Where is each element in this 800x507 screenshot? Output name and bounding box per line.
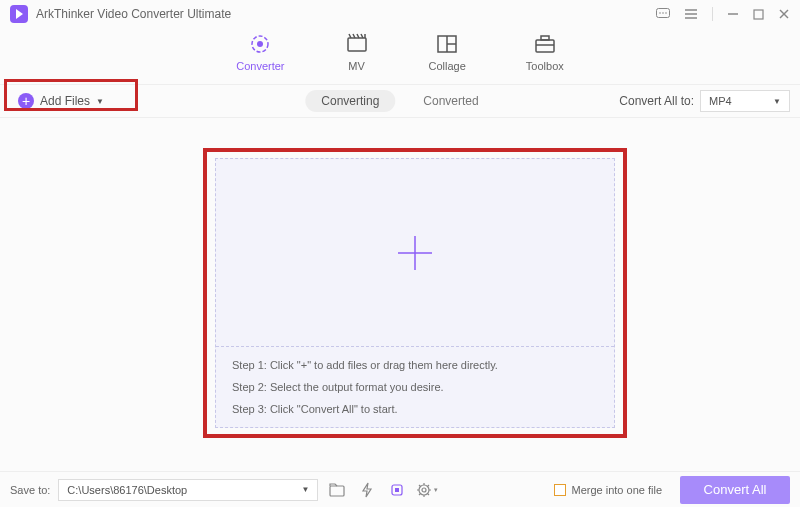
- file-drop-zone[interactable]: Step 1: Click "+" to add files or drag t…: [215, 158, 615, 428]
- mode-bar: Converter MV Collage Toolbox: [0, 28, 800, 84]
- maximize-button[interactable]: [753, 9, 764, 20]
- mode-label: Converter: [236, 60, 284, 72]
- chevron-down-icon: ▼: [773, 97, 781, 106]
- converter-icon: [248, 32, 272, 56]
- mode-mv[interactable]: MV: [345, 32, 369, 72]
- output-format-value: MP4: [709, 95, 732, 107]
- mv-icon: [345, 32, 369, 56]
- svg-point-1: [659, 12, 661, 14]
- save-path-select[interactable]: C:\Users\86176\Desktop ▼: [58, 479, 318, 501]
- footer-bar: Save to: C:\Users\86176\Desktop ▼ ▾ Merg…: [0, 471, 800, 507]
- mode-label: Collage: [429, 60, 466, 72]
- collage-icon: [435, 32, 459, 56]
- convert-all-to-label: Convert All to:: [619, 94, 694, 108]
- app-title: ArkThinker Video Converter Ultimate: [36, 7, 656, 21]
- chevron-down-icon: ▼: [301, 485, 309, 494]
- convert-all-to: Convert All to: MP4 ▼: [619, 90, 790, 112]
- svg-rect-18: [541, 36, 549, 40]
- convert-all-button[interactable]: Convert All: [680, 476, 790, 504]
- divider: [712, 7, 713, 21]
- tab-converting[interactable]: Converting: [305, 90, 395, 112]
- svg-point-12: [257, 41, 263, 47]
- menu-icon[interactable]: [684, 8, 698, 20]
- step-text: Step 1: Click "+" to add files or drag t…: [232, 359, 598, 371]
- output-format-select[interactable]: MP4 ▼: [700, 90, 790, 112]
- step-text: Step 2: Select the output format you des…: [232, 381, 598, 393]
- conversion-tabs: Converting Converted: [305, 90, 494, 112]
- svg-rect-13: [348, 38, 366, 51]
- drop-instructions: Step 1: Click "+" to add files or drag t…: [216, 347, 614, 427]
- svg-rect-24: [395, 488, 399, 492]
- hardware-accel-button[interactable]: [356, 479, 378, 501]
- save-path-value: C:\Users\86176\Desktop: [67, 484, 187, 496]
- title-bar: ArkThinker Video Converter Ultimate: [0, 0, 800, 28]
- merge-label: Merge into one file: [572, 484, 663, 496]
- svg-rect-22: [330, 486, 344, 496]
- window-controls: [656, 7, 790, 21]
- mode-converter[interactable]: Converter: [236, 32, 284, 72]
- plus-icon: +: [18, 93, 34, 109]
- toolbox-icon: [533, 32, 557, 56]
- gpu-button[interactable]: [386, 479, 408, 501]
- close-button[interactable]: [778, 8, 790, 20]
- big-plus-icon[interactable]: [394, 232, 436, 274]
- svg-point-3: [665, 12, 667, 14]
- add-files-label: Add Files: [40, 94, 90, 108]
- step-text: Step 3: Click "Convert All" to start.: [232, 403, 598, 415]
- svg-point-2: [662, 12, 664, 14]
- svg-point-26: [422, 488, 426, 492]
- save-to-label: Save to:: [10, 484, 50, 496]
- minimize-button[interactable]: [727, 8, 739, 20]
- mode-collage[interactable]: Collage: [429, 32, 466, 72]
- tab-converted[interactable]: Converted: [407, 90, 494, 112]
- drop-upper: [216, 159, 614, 347]
- app-logo: [10, 5, 28, 23]
- open-folder-button[interactable]: [326, 479, 348, 501]
- main-area: Step 1: Click "+" to add files or drag t…: [0, 118, 800, 471]
- feedback-icon[interactable]: [656, 8, 670, 20]
- checkbox-box: [554, 484, 566, 496]
- mode-label: MV: [348, 60, 365, 72]
- toolbar: + Add Files ▼ Converting Converted Conve…: [0, 84, 800, 118]
- mode-toolbox[interactable]: Toolbox: [526, 32, 564, 72]
- add-files-button[interactable]: + Add Files ▼: [10, 91, 112, 111]
- svg-rect-17: [536, 40, 554, 52]
- settings-button[interactable]: ▾: [416, 479, 438, 501]
- svg-rect-8: [754, 10, 763, 19]
- chevron-down-icon: ▼: [96, 97, 104, 106]
- merge-checkbox[interactable]: Merge into one file: [554, 484, 663, 496]
- mode-label: Toolbox: [526, 60, 564, 72]
- dropzone-container: Step 1: Click "+" to add files or drag t…: [215, 158, 615, 428]
- chevron-down-icon: ▾: [434, 486, 438, 494]
